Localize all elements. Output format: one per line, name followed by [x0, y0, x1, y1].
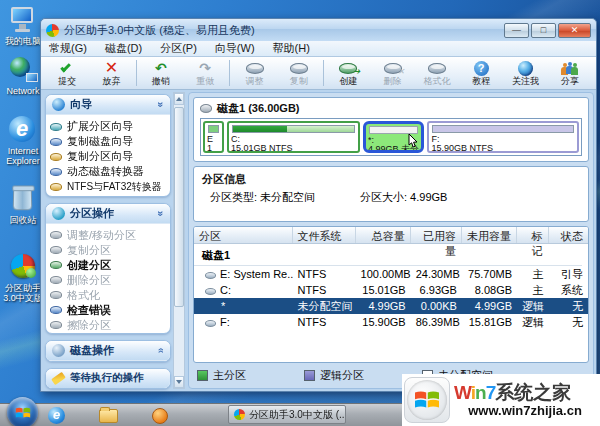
maximize-button[interactable]: □: [531, 23, 556, 38]
legend-primary: 主分区: [197, 368, 246, 383]
logical-color-swatch: [304, 370, 315, 381]
disk-icon: [50, 123, 62, 131]
col-used[interactable]: 已用容量: [411, 227, 462, 243]
primary-color-swatch: [197, 370, 208, 381]
sidebar-group-header-wizards[interactable]: 向导 »: [46, 95, 170, 115]
pencil-icon: [51, 371, 66, 384]
follow-me-button[interactable]: 关注我: [503, 58, 547, 89]
disk-icon: [50, 246, 62, 254]
disk-icon: [205, 272, 216, 279]
segment-f-drive[interactable]: F: 15.90GB NTFS: [427, 121, 579, 153]
partition-table: 分区 文件系统 总容量 已用容量 未用容量 标记 状态 磁盘1 E: Syste…: [193, 226, 589, 363]
disk-icon: [200, 104, 212, 113]
sidebar-item-delete-partition: 删除分区: [50, 273, 168, 288]
sidebar-item-copy-disk-wizard[interactable]: 复制磁盘向导: [50, 134, 168, 149]
segment-system-reserved[interactable]: E 1: [203, 121, 224, 153]
disk-icon: [50, 276, 62, 284]
sidebar-item-copy-partition-wizard[interactable]: 复制分区向导: [50, 149, 168, 164]
wizard-icon: [52, 98, 65, 111]
discard-button[interactable]: ✕ 放弃: [89, 58, 133, 89]
main-panel: 磁盘1 (36.00GB) E 1 C: 15.01GB NTFS: [188, 92, 594, 389]
desktop-icon-my-computer[interactable]: 我的电脑: [1, 6, 45, 46]
col-partition[interactable]: 分区: [194, 227, 293, 243]
undo-icon: ↶: [155, 60, 167, 76]
taskbar-media-icon[interactable]: [152, 408, 168, 424]
disk-icon: [50, 183, 62, 191]
menu-help[interactable]: 帮助(H): [273, 41, 310, 56]
menu-bar: 常规(G) 磁盘(D) 分区(P) 向导(W) 帮助(H): [41, 41, 596, 57]
desktop: 我的电脑 Network e Internet Explorer 回收站 分区助…: [0, 0, 600, 426]
sidebar-scrollbar[interactable]: [173, 92, 185, 389]
create-button[interactable]: ➔ 创建: [326, 58, 370, 89]
share-button[interactable]: 分享: [548, 58, 592, 89]
my-computer-icon: [8, 6, 38, 34]
disk-icon: [50, 153, 62, 161]
sidebar: 向导 » 扩展分区向导 复制磁盘向导 复制分区向导 动态磁盘转换器 NTFS与F…: [45, 92, 171, 389]
segment-unallocated-selected[interactable]: *: 4.99GB 未分: [363, 121, 424, 153]
segment-c-drive[interactable]: C: 15.01GB NTFS: [227, 121, 360, 153]
sidebar-item-create-partition[interactable]: 创建分区: [50, 258, 168, 273]
col-filesystem[interactable]: 文件系统: [293, 227, 356, 243]
check-icon: [60, 61, 71, 72]
sidebar-item-dynamic-disk-converter[interactable]: 动态磁盘转换器: [50, 164, 168, 179]
table-row[interactable]: C: NTFS 15.01GB 6.93GB 8.08GB 主 系统: [194, 282, 588, 298]
minimize-button[interactable]: —: [504, 23, 529, 38]
disk-icon: [246, 63, 264, 74]
sidebar-group-partition-ops: 分区操作 » 调整/移动分区 复制分区 创建分区 删除分区 格式化 检查错误 擦…: [45, 203, 171, 335]
app-icon: [234, 409, 245, 420]
table-row[interactable]: E: System Re... NTFS 100.00MB 24.30MB 75…: [194, 266, 588, 282]
format-button: 格式化: [415, 58, 459, 89]
menu-wizard[interactable]: 向导(W): [215, 41, 255, 56]
internet-explorer-icon: e: [8, 116, 38, 144]
legend-logical: 逻辑分区: [304, 368, 364, 383]
desktop-icon-label: 分区助手3.0中文版: [1, 283, 45, 303]
disk-bar: E 1 C: 15.01GB NTFS *: 4.99GB 未分: [200, 118, 582, 156]
menu-partition[interactable]: 分区(P): [160, 41, 197, 56]
table-row[interactable]: F: NTFS 15.90GB 86.39MB 15.81GB 逻辑 无: [194, 314, 588, 330]
commit-button[interactable]: 提交: [45, 58, 89, 89]
window-title: 分区助手3.0中文版 (稳定、易用且免费): [64, 23, 504, 38]
desktop-icon-network[interactable]: Network: [1, 56, 45, 96]
sidebar-item-ntfs-fat32-converter[interactable]: NTFS与FAT32转换器: [50, 179, 168, 194]
disk-create-icon: ➔: [339, 63, 357, 74]
disk-icon: [50, 231, 62, 239]
taskbar-ie-icon[interactable]: e: [48, 407, 65, 424]
sidebar-item-resize-move-partition: 调整/移动分区: [50, 228, 168, 243]
sidebar-item-extend-partition-wizard[interactable]: 扩展分区向导: [50, 119, 168, 134]
taskbar-app-button[interactable]: 分区助手3.0中文版 (...: [228, 405, 346, 424]
col-status[interactable]: 状态: [549, 227, 588, 243]
title-bar[interactable]: 分区助手3.0中文版 (稳定、易用且免费) — □ ✕: [41, 19, 596, 41]
table-row-selected[interactable]: * 未分配空间 4.99GB 0.00KB 4.99GB 逻辑 无: [194, 298, 588, 314]
menu-disk[interactable]: 磁盘(D): [105, 41, 142, 56]
table-group-disk1: 磁盘1: [194, 246, 582, 266]
close-button[interactable]: ✕: [558, 23, 591, 38]
scroll-up-arrow[interactable]: [174, 93, 184, 105]
col-capacity[interactable]: 总容量: [356, 227, 411, 243]
people-icon: [561, 61, 578, 75]
menu-general[interactable]: 常规(G): [49, 41, 87, 56]
mouse-cursor-icon: [408, 134, 419, 148]
col-free[interactable]: 未用容量: [462, 227, 517, 243]
desktop-icon-recycle-bin[interactable]: 回收站: [1, 185, 45, 225]
watermark-title: Win7系统之家: [454, 382, 596, 403]
undo-button[interactable]: ↶ 撤销: [139, 58, 183, 89]
desktop-icon-internet-explorer[interactable]: e Internet Explorer: [1, 116, 45, 166]
taskbar-folder-icon[interactable]: [99, 409, 118, 423]
scrollbar-thumb[interactable]: [174, 107, 184, 307]
tutorial-button[interactable]: ? 教程: [459, 58, 503, 89]
sidebar-group-header-partition-ops[interactable]: 分区操作 »: [46, 204, 170, 224]
sidebar-item-format-partition: 格式化: [50, 288, 168, 303]
toolbar: 提交 ✕ 放弃 ↶ 撤销 ↷ 重做 调整 复制: [41, 57, 596, 90]
sidebar-group-header-disk-ops[interactable]: 磁盘操作 »: [46, 341, 170, 361]
desktop-icon-label: 我的电脑: [1, 36, 45, 46]
partition-ops-icon: [52, 207, 65, 220]
chevron-up-icon: »: [156, 210, 167, 216]
sidebar-item-check-errors[interactable]: 检查错误: [50, 303, 168, 318]
sidebar-group-header-pending-ops[interactable]: 等待执行的操作: [46, 369, 170, 389]
question-icon: ?: [474, 61, 489, 76]
desktop-icon-partition-assistant[interactable]: 分区助手3.0中文版: [1, 253, 45, 303]
start-button[interactable]: [7, 397, 38, 426]
copy-button: 复制: [277, 58, 321, 89]
col-flag[interactable]: 标记: [517, 227, 549, 243]
scroll-down-arrow[interactable]: [174, 376, 184, 388]
